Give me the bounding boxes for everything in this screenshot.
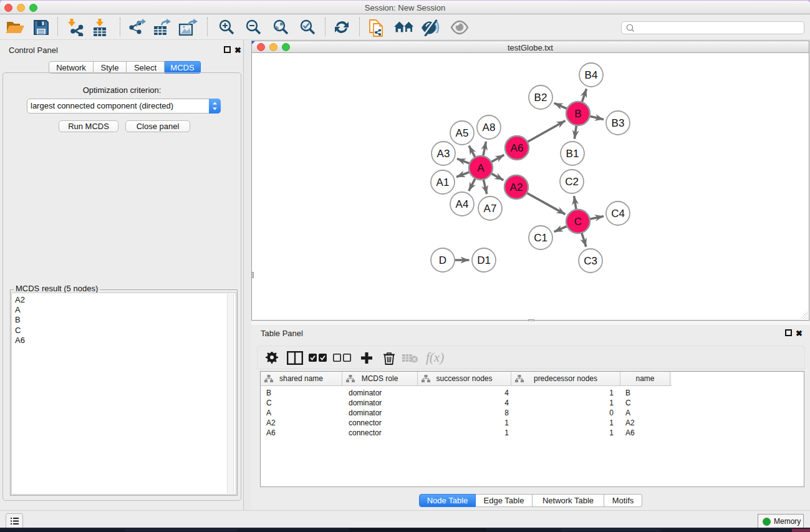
- svg-text:A2: A2: [510, 181, 523, 193]
- svg-text:A1: A1: [436, 177, 450, 188]
- svg-text:D: D: [439, 254, 446, 266]
- svg-text:A: A: [477, 162, 485, 174]
- svg-text:B4: B4: [585, 69, 598, 81]
- svg-text:D1: D1: [477, 254, 491, 266]
- svg-text:A7: A7: [484, 203, 497, 215]
- svg-text:B2: B2: [534, 92, 547, 104]
- svg-text:C3: C3: [584, 255, 597, 267]
- svg-text:C4: C4: [611, 208, 625, 220]
- svg-text:A6: A6: [511, 142, 524, 154]
- svg-text:B1: B1: [566, 148, 579, 160]
- svg-text:C1: C1: [534, 232, 547, 244]
- svg-text:C2: C2: [565, 176, 579, 188]
- svg-text:A8: A8: [483, 122, 496, 133]
- svg-text:A5: A5: [456, 127, 469, 139]
- svg-text:A3: A3: [437, 148, 450, 160]
- svg-text:A4: A4: [456, 198, 469, 210]
- svg-text:B: B: [574, 108, 581, 120]
- svg-text:C: C: [574, 216, 582, 228]
- svg-text:B3: B3: [612, 117, 625, 129]
